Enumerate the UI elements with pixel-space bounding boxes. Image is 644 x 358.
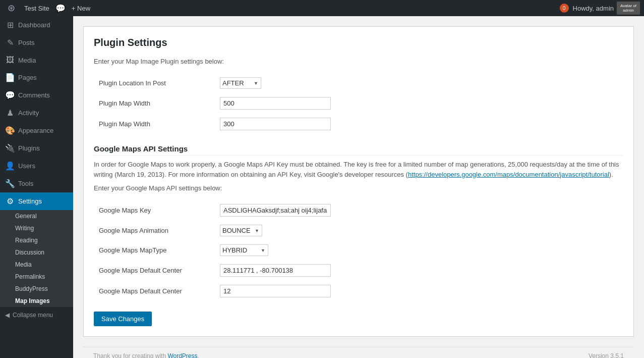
sidebar-item-media[interactable]: 🖼 Media <box>0 52 73 69</box>
sidebar-item-appearance[interactable]: 🎨 Appearance <box>0 122 73 139</box>
sidebar-item-label: Dashboard <box>18 21 50 29</box>
table-row: Plugin Map Width 500 <box>94 93 623 114</box>
collapse-label: Collapse menu <box>13 312 53 319</box>
table-row: Google Maps Animation BOUNCE DROP NONE <box>94 221 623 240</box>
admin-bar: ⊛ Test Site 💬 + New 0 Howdy, admin Avata… <box>0 0 644 16</box>
save-changes-button[interactable]: Save Changes <box>94 312 152 326</box>
site-name[interactable]: Test Site <box>20 5 53 12</box>
google-section-title: Google Maps API Settings <box>94 144 623 156</box>
avatar[interactable]: Avatar of admin <box>617 2 640 15</box>
table-row: Google Maps Default Center <box>94 281 623 301</box>
plugin-settings-table: Plugin Location In Post AFTER BEFORE Plu <box>94 73 623 134</box>
field-label-map-height: Plugin Map Width <box>94 114 215 134</box>
admin-menu: ⊞ Dashboard ✎ Posts 🖼 Media 📄 Pages 💬 Co… <box>0 16 73 358</box>
google-intro: Enter your Google Maps API settings belo… <box>94 184 623 192</box>
table-row: Google Maps MapType HYBRID ROADMAP SATEL… <box>94 240 623 260</box>
sidebar-item-plugins[interactable]: 🔌 Plugins <box>0 139 73 157</box>
submenu-item-discussion[interactable]: Discussion <box>0 246 73 259</box>
appearance-icon: 🎨 <box>5 126 15 135</box>
google-maps-key-input[interactable] <box>220 204 331 217</box>
field-label-animation: Google Maps Animation <box>94 221 215 240</box>
plugin-map-width-input[interactable]: 500 <box>220 97 331 110</box>
sidebar-item-label: Activity <box>18 109 39 117</box>
submenu-item-buddypress[interactable]: BuddyPress <box>0 283 73 295</box>
field-label-location: Plugin Location In Post <box>94 73 215 93</box>
animation-select-wrap: BOUNCE DROP NONE <box>220 225 262 236</box>
notification-bubble[interactable]: 0 <box>560 4 569 13</box>
sidebar-item-label: Media <box>18 57 36 64</box>
footer-version: Version 3.5.1 <box>589 352 624 358</box>
plugin-location-select-wrap: AFTER BEFORE <box>220 77 261 89</box>
dashboard-icon: ⊞ <box>5 20 15 30</box>
field-label-default-center: Google Maps Default Center <box>94 260 215 281</box>
page-title: Plugin Settings <box>94 37 623 53</box>
sidebar-item-label: Settings <box>18 197 42 205</box>
new-item-button[interactable]: + New <box>68 5 94 12</box>
field-label-default-zoom: Google Maps Default Center <box>94 281 215 301</box>
collapse-icon: ◀ <box>5 312 10 319</box>
howdy-text: Howdy, admin <box>573 5 614 12</box>
sidebar-item-label: Comments <box>18 91 50 99</box>
submenu-item-reading[interactable]: Reading <box>0 234 73 246</box>
collapse-menu-button[interactable]: ◀ Collapse menu <box>0 307 73 323</box>
wp-wrap: ⊞ Dashboard ✎ Posts 🖼 Media 📄 Pages 💬 Co… <box>0 16 644 358</box>
table-row: Google Maps Key <box>94 200 623 221</box>
sidebar-item-posts[interactable]: ✎ Posts <box>0 34 73 52</box>
footer-left: Thank you for creating with WordPress. <box>93 352 199 358</box>
sidebar-item-label: Plugins <box>18 144 40 152</box>
pages-icon: 📄 <box>5 73 15 82</box>
api-info-text: In order for Google Maps to work properl… <box>94 160 623 179</box>
field-label-maptype: Google Maps MapType <box>94 240 215 260</box>
page-intro: Enter your Map Image Plugin settings bel… <box>94 58 623 65</box>
settings-submenu: General Writing Reading Discussion Media… <box>0 210 73 307</box>
google-maps-center-input[interactable] <box>220 264 331 277</box>
sidebar-item-label: Posts <box>18 39 35 46</box>
google-maps-zoom-input[interactable] <box>220 285 331 297</box>
table-row: Google Maps Default Center <box>94 260 623 281</box>
users-icon: 👤 <box>5 161 15 171</box>
sidebar-item-dashboard[interactable]: ⊞ Dashboard <box>0 16 73 34</box>
sidebar-item-label: Users <box>18 162 35 170</box>
field-label-map-width: Plugin Map Width <box>94 93 215 114</box>
sidebar-item-label: Tools <box>18 180 33 187</box>
sidebar-item-tools[interactable]: 🔧 Tools <box>0 175 73 192</box>
activity-icon: ♟ <box>5 108 15 118</box>
settings-icon: ⚙ <box>5 196 15 206</box>
submenu-item-permalinks[interactable]: Permalinks <box>0 271 73 283</box>
animation-select[interactable]: BOUNCE DROP NONE <box>220 225 262 236</box>
comment-icon[interactable]: 💬 <box>55 4 66 13</box>
wordpress-link[interactable]: WordPress <box>167 352 197 358</box>
sidebar-item-settings[interactable]: ⚙ Settings <box>0 192 73 210</box>
sidebar-item-comments[interactable]: 💬 Comments <box>0 86 73 104</box>
submenu-item-map-images[interactable]: Map Images <box>0 295 73 307</box>
posts-icon: ✎ <box>5 38 15 47</box>
api-link[interactable]: https://developers.google.com/maps/docum… <box>408 171 609 178</box>
sidebar-item-users[interactable]: 👤 Users <box>0 157 73 175</box>
settings-wrap: Plugin Settings Enter your Map Image Plu… <box>83 26 634 337</box>
sidebar-item-label: Appearance <box>18 127 53 134</box>
sidebar-item-pages[interactable]: 📄 Pages <box>0 69 73 86</box>
plugins-icon: 🔌 <box>5 143 15 153</box>
submenu-item-media[interactable]: Media <box>0 259 73 271</box>
plugin-location-select[interactable]: AFTER BEFORE <box>220 77 261 89</box>
media-icon: 🖼 <box>5 56 15 65</box>
submenu-item-writing[interactable]: Writing <box>0 222 73 234</box>
table-row: Plugin Location In Post AFTER BEFORE <box>94 73 623 93</box>
comments-icon: 💬 <box>5 90 15 100</box>
wp-logo-icon[interactable]: ⊛ <box>4 1 18 15</box>
tools-icon: 🔧 <box>5 179 15 188</box>
sidebar-item-label: Pages <box>18 74 37 81</box>
maptype-select[interactable]: HYBRID ROADMAP SATELLITE TERRAIN <box>220 244 268 256</box>
main-content: Plugin Settings Enter your Map Image Plu… <box>73 16 644 358</box>
google-settings-table: Google Maps Key Google Maps Animation BO… <box>94 200 623 301</box>
submenu-item-general[interactable]: General <box>0 210 73 222</box>
plugin-map-height-input[interactable]: 300 <box>220 118 331 130</box>
sidebar-item-activity[interactable]: ♟ Activity <box>0 104 73 122</box>
field-label-api-key: Google Maps Key <box>94 200 215 221</box>
maptype-select-wrap: HYBRID ROADMAP SATELLITE TERRAIN <box>220 244 268 256</box>
table-row: Plugin Map Width 300 <box>94 114 623 134</box>
wp-footer: Thank you for creating with WordPress. V… <box>83 347 634 358</box>
